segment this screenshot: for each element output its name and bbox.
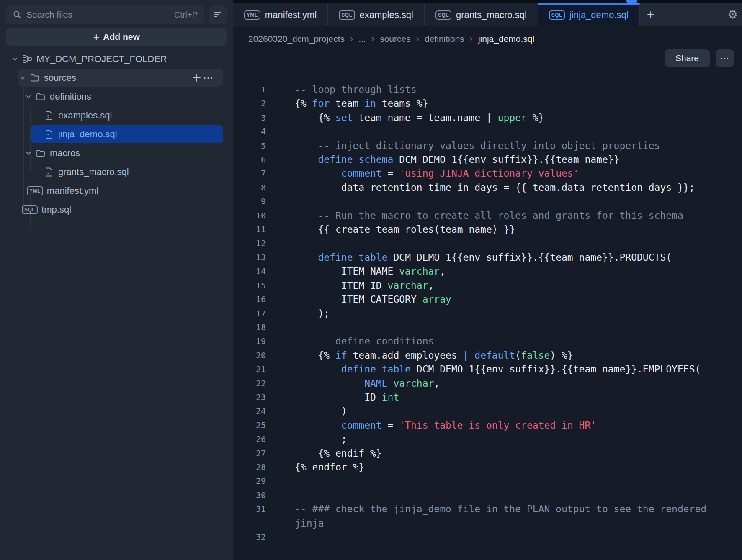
line-number: 18	[233, 321, 266, 334]
chevron-down-icon[interactable]	[18, 75, 27, 81]
code-line[interactable]: 27 {% endif %}	[233, 447, 742, 460]
tab-jinja-demo-sql[interactable]: SQL jinja_demo.sql	[538, 3, 640, 26]
share-button[interactable]: Share	[665, 49, 710, 67]
line-number: 19	[233, 334, 266, 348]
code-line[interactable]: 24 )	[233, 404, 742, 418]
breadcrumb: 20260320_dcm_projects › ... › sources › …	[248, 33, 742, 44]
tree-label: macros	[50, 148, 80, 159]
tab-manifest-yml[interactable]: YML manifest.yml	[233, 3, 328, 26]
folder-icon	[35, 148, 46, 158]
code-line[interactable]: 4	[233, 125, 742, 139]
code-line-text: ITEM_NAME varchar,	[295, 265, 446, 278]
blue-accent-fragment	[626, 0, 637, 3]
tab-examples-sql[interactable]: SQL examples.sql	[328, 3, 425, 26]
chevron-down-icon[interactable]	[24, 94, 33, 100]
code-line-text: ITEM_ID varchar,	[295, 279, 434, 293]
tree-item-macros[interactable]: macros	[0, 144, 233, 162]
sql-file-icon: SQL	[22, 205, 38, 214]
code-line[interactable]: 16 ITEM_CATEGORY array	[233, 293, 742, 306]
add-file-icon[interactable]	[191, 72, 203, 84]
chevron-down-icon[interactable]	[24, 150, 33, 156]
breadcrumb-item-ellipsis[interactable]: ...	[358, 34, 366, 44]
breadcrumb-separator: ›	[350, 33, 353, 44]
line-number: 31	[233, 502, 266, 530]
add-new-button[interactable]: + Add new	[6, 28, 227, 46]
code-line[interactable]: 12	[233, 236, 742, 250]
new-tab-button[interactable]: +	[640, 3, 662, 26]
tree-item-definitions[interactable]: definitions	[0, 87, 233, 106]
code-line[interactable]: 6 define schema DCM_DEMO_1{{env_suffix}}…	[233, 153, 742, 167]
code-line[interactable]: 30	[233, 488, 742, 502]
code-line-text: -- inject dictionary values directly int…	[295, 139, 660, 153]
breadcrumb-item[interactable]: definitions	[425, 34, 464, 44]
line-number: 1	[233, 83, 266, 97]
line-number: 13	[233, 251, 266, 265]
tree-item-project-folder[interactable]: MY_DCM_PROJECT_FOLDER	[0, 49, 233, 68]
code-line[interactable]: 2{% for team in teams %}	[233, 97, 742, 110]
code-line[interactable]: 5 -- inject dictionary values directly i…	[233, 139, 742, 153]
code-line[interactable]: 18	[233, 321, 742, 334]
tree-item-examples-sql[interactable]: examples.sql	[0, 106, 233, 125]
tree-item-jinja-demo-sql[interactable]: jinja_demo.sql	[0, 125, 233, 144]
breadcrumb-separator: ›	[470, 33, 473, 44]
code-area[interactable]: 1-- loop through lists2{% for team in te…	[233, 83, 742, 544]
tree-label: MY_DCM_PROJECT_FOLDER	[36, 54, 167, 64]
code-line-text: -- define conditions	[295, 334, 434, 348]
tree-item-sources[interactable]: sources ⋯	[0, 68, 233, 87]
code-line[interactable]: 1-- loop through lists	[233, 83, 742, 97]
code-line[interactable]: 23 ID int	[233, 390, 742, 404]
code-line[interactable]: 19 -- define conditions	[233, 334, 742, 348]
code-line[interactable]: 17 );	[233, 307, 742, 321]
tree-label: manifest.yml	[47, 185, 98, 196]
code-line[interactable]: 25 comment = 'This table is only created…	[233, 419, 742, 432]
code-line[interactable]: 8 data_retention_time_in_days = {{ team.…	[233, 181, 742, 195]
tree-item-manifest-yml[interactable]: YML manifest.yml	[0, 181, 233, 200]
code-line-text: define table DCM_DEMO_1{{env_suffix}}.{{…	[295, 362, 701, 376]
code-line-text: ITEM_CATEGORY array	[295, 293, 451, 306]
code-line[interactable]: 9	[233, 195, 742, 208]
code-line-text: define schema DCM_DEMO_1{{env_suffix}}.{…	[295, 153, 619, 167]
breadcrumb-item[interactable]: sources	[380, 34, 411, 44]
code-line[interactable]: 31-- ### check the jinja_demo file in th…	[233, 502, 742, 530]
code-line-text: -- ### check the jinja_demo file in the …	[295, 502, 732, 530]
code-line[interactable]: 21 define table DCM_DEMO_1{{env_suffix}}…	[233, 362, 742, 376]
line-number: 17	[233, 307, 266, 321]
code-line[interactable]: 11 {{ create_team_roles(team_name) }}	[233, 223, 742, 236]
code-line[interactable]: 26 ;	[233, 432, 742, 446]
code-line[interactable]: 22 NAME varchar,	[233, 377, 742, 390]
more-options-button[interactable]: ⋯	[716, 49, 734, 67]
code-line[interactable]: 7 comment = 'using JINJA dictionary valu…	[233, 167, 742, 180]
tree-label: definitions	[50, 91, 91, 102]
chevron-down-icon[interactable]	[11, 56, 19, 62]
code-line-text: ;	[295, 432, 347, 446]
search-input[interactable]: Search files Ctrl+P	[6, 5, 204, 24]
code-line[interactable]: 29	[233, 474, 742, 488]
code-line[interactable]: 14 ITEM_NAME varchar,	[233, 265, 742, 278]
code-line[interactable]: 32	[233, 530, 742, 544]
line-number: 24	[233, 404, 266, 418]
sql-file-icon: SQL	[549, 10, 565, 20]
tree-item-grants-macro-sql[interactable]: grants_macro.sql	[0, 162, 233, 181]
code-line[interactable]: 28{% endfor %}	[233, 460, 742, 474]
code-line[interactable]: 13 define table DCM_DEMO_1{{env_suffix}}…	[233, 251, 742, 265]
code-line[interactable]: 20 {% if team.add_employees | default(fa…	[233, 349, 742, 362]
add-new-label: Add new	[103, 32, 140, 42]
line-number: 30	[233, 488, 266, 502]
editor-content: 20260320_dcm_projects › ... › sources › …	[233, 26, 742, 560]
sidebar-controls: Search files Ctrl+P + Add new	[0, 0, 233, 46]
app-root: Search files Ctrl+P + Add new	[0, 0, 742, 560]
code-line-text: data_retention_time_in_days = {{ team.da…	[295, 181, 695, 195]
line-number: 27	[233, 447, 266, 460]
tree-item-tmp-sql[interactable]: SQL tmp.sql	[0, 200, 233, 219]
tree-label: examples.sql	[58, 110, 112, 121]
more-options-icon[interactable]: ⋯	[203, 72, 214, 84]
breadcrumb-item[interactable]: 20260320_dcm_projects	[248, 34, 345, 44]
code-line[interactable]: 10 -- Run the macro to create all roles …	[233, 209, 742, 223]
code-line-text: comment = 'using JINJA dictionary values…	[295, 167, 579, 180]
editor-actions: Share ⋯	[233, 49, 742, 67]
code-line[interactable]: 3 {% set team_name = team.name | upper %…	[233, 111, 742, 125]
code-line[interactable]: 15 ITEM_ID varchar,	[233, 279, 742, 293]
sort-files-button[interactable]	[209, 5, 227, 24]
gear-icon[interactable]: ⚙	[727, 9, 738, 21]
tab-grants-macro-sql[interactable]: SQL grants_macro.sql	[425, 3, 538, 26]
